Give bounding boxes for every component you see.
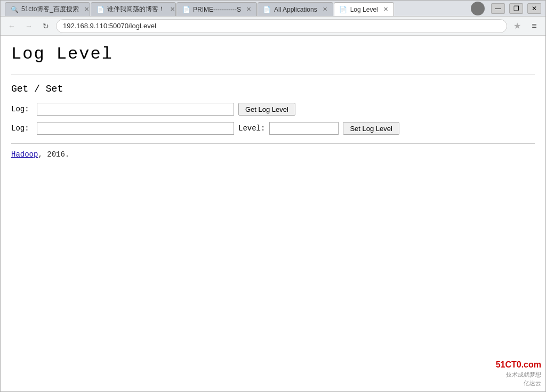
- get-log-input[interactable]: [37, 103, 234, 116]
- tab-label-3: PRIME-----------S: [193, 6, 241, 13]
- watermark-logo: 51CT0.com: [496, 359, 541, 371]
- tab-close-2[interactable]: ✕: [170, 6, 175, 13]
- tab-favicon-3: 📄: [182, 6, 190, 13]
- tab-log-level[interactable]: 📄 Log Level ✕: [334, 2, 394, 16]
- tab-label-5: Log Level: [350, 6, 378, 13]
- footer-text: Hadoop, 2016.: [11, 150, 535, 159]
- tab-close-5[interactable]: ✕: [383, 6, 388, 13]
- title-bar: 🔍 51cto博客_百度搜索 ✕ 📄 谁伴我闯荡的博客！ ✕ 📄 PRIME--…: [1, 1, 545, 17]
- tab-close-4[interactable]: ✕: [323, 6, 327, 13]
- set-log-level-row: Log: Level: Set Log Level: [11, 122, 535, 135]
- tab-favicon-5: 📄: [340, 6, 347, 13]
- nav-bar: ← → ↻ ★ ≡: [1, 17, 545, 36]
- address-bar[interactable]: [56, 19, 507, 33]
- window-controls: — ❐ ✕: [471, 2, 541, 15]
- tab-favicon-1: 🔍: [11, 6, 18, 13]
- back-button[interactable]: ←: [5, 19, 19, 33]
- section-title: Get / Set: [11, 84, 535, 94]
- watermark-line2: 技术成就梦想: [496, 371, 541, 379]
- get-log-label: Log:: [11, 105, 33, 113]
- hadoop-link[interactable]: Hadoop: [11, 150, 38, 159]
- restore-button[interactable]: ❐: [509, 3, 523, 14]
- page-content: Log Level Get / Set Log: Get Log Level L…: [1, 36, 545, 391]
- level-label: Level:: [238, 124, 265, 133]
- tab-blog[interactable]: 📄 谁伴我闯荡的博客！ ✕: [91, 2, 176, 16]
- footer-suffix: , 2016.: [38, 150, 69, 159]
- footer-divider: [11, 143, 535, 144]
- set-log-level-button[interactable]: Set Log Level: [343, 122, 399, 135]
- get-log-level-row: Log: Get Log Level: [11, 103, 535, 116]
- page-title: Log Level: [11, 44, 535, 64]
- set-log-label: Log:: [11, 124, 33, 133]
- tab-favicon-2: 📄: [97, 6, 104, 13]
- bookmark-star-icon[interactable]: ★: [510, 19, 524, 33]
- top-divider: [11, 75, 535, 75]
- watermark-line3: 亿速云: [496, 379, 541, 387]
- forward-button[interactable]: →: [22, 19, 36, 33]
- tab-all-applications[interactable]: 📄 All Applications ✕: [258, 2, 333, 16]
- tab-prime[interactable]: 📄 PRIME-----------S ✕: [176, 2, 257, 16]
- get-log-level-button[interactable]: Get Log Level: [238, 103, 295, 116]
- tab-close-1[interactable]: ✕: [84, 6, 89, 13]
- minimize-button[interactable]: —: [491, 3, 505, 14]
- watermark: 51CT0.com 技术成就梦想 亿速云: [496, 359, 541, 387]
- tab-51cto[interactable]: 🔍 51cto博客_百度搜索 ✕: [5, 2, 90, 16]
- tabs-area: 🔍 51cto博客_百度搜索 ✕ 📄 谁伴我闯荡的博客！ ✕ 📄 PRIME--…: [5, 1, 467, 16]
- tab-close-3[interactable]: ✕: [246, 6, 251, 13]
- menu-icon[interactable]: ≡: [527, 19, 541, 33]
- set-log-input[interactable]: [37, 122, 234, 135]
- level-input[interactable]: [269, 122, 339, 135]
- close-button[interactable]: ✕: [527, 3, 541, 14]
- tab-favicon-4: 📄: [263, 6, 271, 13]
- tab-label-4: All Applications: [274, 6, 317, 13]
- tab-label-2: 谁伴我闯荡的博客！: [107, 5, 165, 14]
- user-avatar: [471, 2, 485, 15]
- browser-window: 🔍 51cto博客_百度搜索 ✕ 📄 谁伴我闯荡的博客！ ✕ 📄 PRIME--…: [0, 0, 546, 392]
- reload-button[interactable]: ↻: [39, 19, 53, 33]
- tab-label-1: 51cto博客_百度搜索: [21, 5, 79, 14]
